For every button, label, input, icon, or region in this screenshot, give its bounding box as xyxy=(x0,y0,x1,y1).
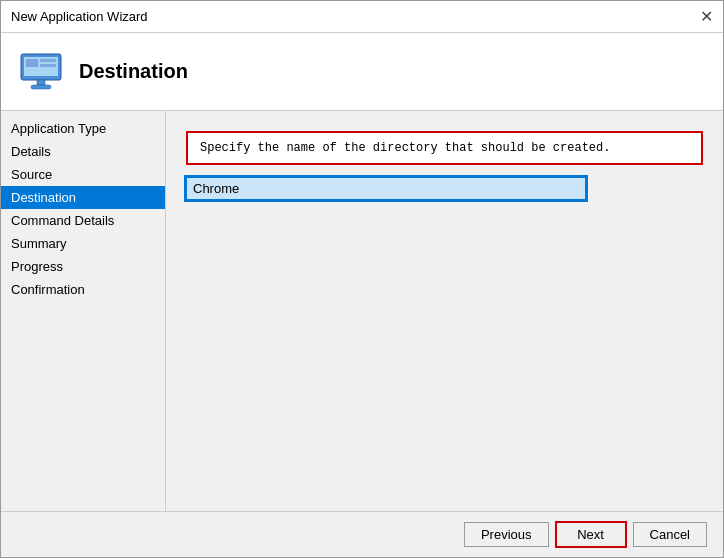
svg-rect-3 xyxy=(40,59,56,62)
svg-rect-6 xyxy=(31,85,51,89)
sidebar-item-confirmation[interactable]: Confirmation xyxy=(1,278,165,301)
sidebar-item-summary[interactable]: Summary xyxy=(1,232,165,255)
cancel-button[interactable]: Cancel xyxy=(633,522,707,547)
sidebar-item-destination[interactable]: Destination xyxy=(1,186,165,209)
destination-input[interactable] xyxy=(186,177,586,200)
sidebar-item-progress[interactable]: Progress xyxy=(1,255,165,278)
main-panel: Specify the name of the directory that s… xyxy=(166,111,723,511)
wizard-header-title: Destination xyxy=(79,60,188,83)
computer-icon xyxy=(17,48,65,96)
instruction-box: Specify the name of the directory that s… xyxy=(186,131,703,165)
title-bar: New Application Wizard ✕ xyxy=(1,1,723,33)
sidebar-item-source[interactable]: Source xyxy=(1,163,165,186)
sidebar-item-details[interactable]: Details xyxy=(1,140,165,163)
window-title: New Application Wizard xyxy=(11,9,148,24)
wizard-footer: Previous Next Cancel xyxy=(1,511,723,557)
svg-rect-4 xyxy=(40,64,56,67)
sidebar: Application Type Details Source Destinat… xyxy=(1,111,166,511)
close-button[interactable]: ✕ xyxy=(700,9,713,25)
svg-rect-2 xyxy=(26,59,38,67)
svg-rect-5 xyxy=(37,80,45,85)
wizard-window: New Application Wizard ✕ Destination App… xyxy=(0,0,724,558)
content-area: Application Type Details Source Destinat… xyxy=(1,111,723,511)
wizard-header: Destination xyxy=(1,33,723,111)
instruction-text: Specify the name of the directory that s… xyxy=(200,141,610,155)
previous-button[interactable]: Previous xyxy=(464,522,549,547)
sidebar-item-application-type[interactable]: Application Type xyxy=(1,117,165,140)
sidebar-item-command-details[interactable]: Command Details xyxy=(1,209,165,232)
next-button[interactable]: Next xyxy=(555,521,627,548)
